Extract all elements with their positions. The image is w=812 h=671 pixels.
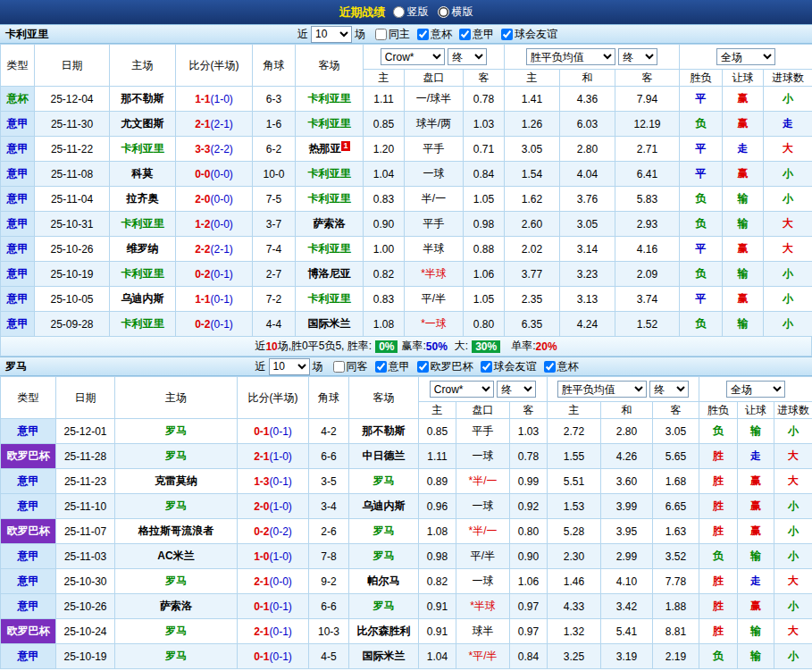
filter-checkbox-input[interactable] [459, 29, 471, 40]
home-team[interactable]: 卡利亚里 [121, 317, 164, 330]
home-team-cell[interactable]: 那不勒斯 [110, 87, 176, 112]
home-team[interactable]: 罗马 [165, 449, 187, 462]
away-team[interactable]: 卡利亚里 [308, 167, 351, 180]
away-team-cell[interactable]: 国际米兰 [349, 644, 419, 669]
away-team[interactable]: 罗马 [373, 474, 395, 487]
view-mode-radio[interactable] [393, 6, 405, 18]
home-team[interactable]: 那不勒斯 [121, 92, 164, 105]
home-team-cell[interactable]: 萨索洛 [115, 594, 238, 619]
away-team-cell[interactable]: 卡利亚里 [296, 112, 364, 137]
away-team-cell[interactable]: 比尔森胜利 [349, 619, 419, 644]
away-team-cell[interactable]: 罗马 [349, 594, 419, 619]
home-team[interactable]: 拉齐奥 [127, 192, 159, 205]
away-team-cell[interactable]: 罗马 [349, 544, 419, 569]
home-team-cell[interactable]: 罗马 [115, 444, 238, 469]
away-team-cell[interactable]: 卡利亚里 [296, 87, 364, 112]
away-team-cell[interactable]: 卡利亚里 [296, 187, 364, 212]
away-team[interactable]: 博洛尼亚 [308, 267, 351, 280]
away-team[interactable]: 卡利亚里 [308, 92, 351, 105]
match-count-select[interactable]: 10 [269, 358, 310, 375]
view-mode-radio[interactable] [438, 6, 449, 18]
away-team[interactable]: 萨索洛 [314, 217, 346, 230]
away-team-cell[interactable]: 国际米兰 [296, 312, 364, 337]
scope-select[interactable]: 全场 [716, 48, 775, 65]
home-team-cell[interactable]: 维罗纳 [110, 237, 176, 262]
filter-checkbox-input[interactable] [544, 361, 556, 373]
away-team-cell[interactable]: 中日德兰 [349, 444, 419, 469]
away-team[interactable]: 比尔森胜利 [357, 625, 411, 637]
filter-checkbox[interactable]: 欧罗巴杯 [417, 359, 473, 374]
away-team[interactable]: 国际米兰 [363, 650, 406, 662]
home-team-cell[interactable]: 卡利亚里 [110, 212, 176, 237]
away-team-cell[interactable]: 那不勒斯 [349, 419, 419, 444]
home-team-cell[interactable]: 拉齐奥 [110, 187, 176, 212]
match-count-select[interactable]: 10 [311, 26, 352, 43]
away-team-cell[interactable]: 博洛尼亚 [296, 262, 364, 287]
filter-checkbox-input[interactable] [417, 29, 429, 40]
filter-checkbox-input[interactable] [417, 361, 429, 373]
avg-stage-select[interactable]: 终 [618, 48, 657, 65]
odds-company-select[interactable]: Crow* [430, 381, 494, 398]
home-team-cell[interactable]: 罗马 [115, 419, 238, 444]
away-team-cell[interactable]: 卡利亚里 [296, 237, 364, 262]
home-team[interactable]: 乌迪内斯 [121, 292, 164, 305]
filter-checkbox[interactable]: 意甲 [459, 27, 494, 42]
odds-company-select[interactable]: Crow* [381, 48, 445, 65]
away-team-cell[interactable]: 乌迪内斯 [349, 494, 419, 519]
view-mode-option[interactable]: 竖版 [393, 4, 429, 20]
home-team-cell[interactable]: 科莫 [110, 162, 176, 187]
away-team-cell[interactable]: 卡利亚里 [296, 287, 364, 312]
filter-checkbox-input[interactable] [501, 29, 513, 40]
home-team-cell[interactable]: 罗马 [115, 494, 238, 519]
home-team[interactable]: 萨索洛 [160, 600, 192, 612]
home-team[interactable]: 卡利亚里 [121, 142, 164, 155]
home-team[interactable]: 罗马 [165, 499, 187, 512]
home-team[interactable]: 克雷莫纳 [155, 474, 197, 487]
home-team[interactable]: 科莫 [132, 167, 154, 180]
away-team-cell[interactable]: 罗马 [349, 519, 419, 544]
filter-checkbox[interactable]: 意杯 [417, 27, 452, 42]
home-team[interactable]: 维罗纳 [127, 242, 159, 255]
away-team[interactable]: 罗马 [373, 524, 395, 537]
home-team-cell[interactable]: 克雷莫纳 [115, 469, 238, 494]
away-team[interactable]: 中日德兰 [363, 449, 406, 462]
home-team-cell[interactable]: 卡利亚里 [110, 312, 176, 337]
home-team[interactable]: 格拉斯哥流浪者 [138, 524, 213, 537]
away-team[interactable]: 卡利亚里 [308, 242, 351, 255]
filter-checkbox-input[interactable] [481, 361, 492, 373]
away-team-cell[interactable]: 卡利亚里 [296, 162, 364, 187]
filter-checkbox[interactable]: 球会友谊 [501, 27, 557, 42]
home-team-cell[interactable]: 格拉斯哥流浪者 [115, 519, 238, 544]
home-team[interactable]: 罗马 [165, 424, 187, 437]
home-team-cell[interactable]: 卡利亚里 [110, 137, 176, 162]
away-team-cell[interactable]: 萨索洛 [296, 212, 364, 237]
home-team-cell[interactable]: 乌迪内斯 [110, 287, 176, 312]
home-team-cell[interactable]: 罗马 [115, 644, 238, 669]
away-team[interactable]: 乌迪内斯 [363, 499, 406, 512]
away-team[interactable]: 那不勒斯 [363, 424, 406, 437]
home-team[interactable]: 罗马 [165, 625, 187, 637]
away-team[interactable]: 罗马 [373, 600, 395, 612]
home-team-cell[interactable]: 尤文图斯 [110, 112, 176, 137]
home-team[interactable]: 尤文图斯 [121, 117, 164, 130]
away-team[interactable]: 卡利亚里 [308, 192, 351, 205]
filter-checkbox-input[interactable] [333, 361, 345, 373]
away-team[interactable]: 卡利亚里 [308, 117, 351, 130]
away-team-cell[interactable]: 罗马 [349, 469, 419, 494]
away-team[interactable]: 帕尔马 [368, 575, 400, 587]
filter-checkbox-input[interactable] [375, 361, 387, 373]
filter-checkbox[interactable]: 球会友谊 [481, 359, 537, 374]
away-team-cell[interactable]: 热那亚1 [296, 137, 364, 162]
home-team[interactable]: AC米兰 [157, 549, 194, 562]
away-team-cell[interactable]: 帕尔马 [349, 569, 419, 594]
filter-checkbox[interactable]: 同客 [333, 359, 368, 374]
home-team-cell[interactable]: AC米兰 [115, 544, 238, 569]
avg-metric-select[interactable]: 胜平负均值 [557, 381, 647, 398]
away-team[interactable]: 国际米兰 [308, 317, 351, 330]
filter-checkbox[interactable]: 意甲 [375, 359, 410, 374]
away-team[interactable]: 罗马 [373, 549, 395, 562]
home-team-cell[interactable]: 罗马 [115, 619, 238, 644]
avg-metric-select[interactable]: 胜平负均值 [526, 48, 615, 65]
scope-select[interactable]: 全场 [726, 381, 785, 398]
odds-stage-select[interactable]: 终 [448, 48, 487, 65]
